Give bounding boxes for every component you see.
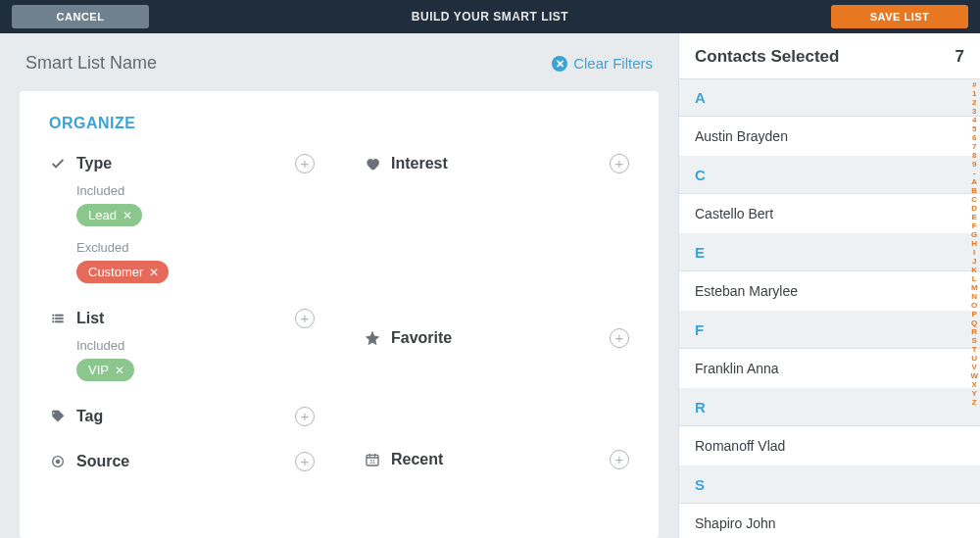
cancel-button[interactable]: CANCEL: [12, 5, 149, 28]
alpha-index-item[interactable]: D: [970, 204, 978, 213]
alpha-index-item[interactable]: K: [970, 266, 978, 274]
chip-vip-label: VIP: [88, 363, 109, 377]
alpha-index-item[interactable]: U: [970, 354, 978, 363]
alpha-index-item[interactable]: L: [970, 274, 978, 283]
type-excluded-label: Excluded: [76, 240, 315, 255]
alpha-index-item[interactable]: 8: [970, 151, 978, 160]
list-included-label: Included: [76, 338, 315, 353]
section-letter: C: [679, 157, 980, 194]
clear-filters-button[interactable]: ✕ Clear Filters: [552, 55, 653, 72]
contacts-count: 7: [956, 47, 964, 67]
heart-icon: [364, 156, 381, 171]
tag-icon: [49, 409, 67, 424]
alpha-index-item[interactable]: P: [970, 310, 978, 318]
organize-title: ORGANIZE: [49, 115, 629, 132]
alpha-index-item[interactable]: X: [970, 380, 978, 389]
filter-favorite-label: Favorite: [391, 329, 452, 347]
add-list-button[interactable]: +: [295, 309, 315, 328]
top-bar: CANCEL BUILD YOUR SMART LIST SAVE LIST: [0, 0, 980, 33]
alpha-index-item[interactable]: N: [970, 292, 978, 301]
type-included-label: Included: [76, 183, 315, 198]
svg-point-1: [56, 460, 60, 464]
alpha-index-item[interactable]: F: [970, 221, 978, 230]
alpha-index[interactable]: #123456789-ABCDEFGHIJKLMNOPQRSTUVWXYZ: [970, 80, 978, 407]
chip-vip[interactable]: VIP ✕: [76, 359, 134, 381]
alpha-index-item[interactable]: E: [970, 213, 978, 221]
alpha-index-item[interactable]: 3: [970, 107, 978, 116]
chip-customer-label: Customer: [88, 265, 143, 279]
target-icon: [49, 454, 67, 469]
alpha-index-item[interactable]: 2: [970, 98, 978, 107]
section-letter: E: [679, 234, 980, 271]
left-panel: Smart List Name ✕ Clear Filters ORGANIZE: [0, 33, 678, 538]
chip-lead-label: Lead: [88, 208, 117, 222]
alpha-index-item[interactable]: M: [970, 283, 978, 292]
filter-source-label: Source: [76, 453, 129, 470]
alpha-index-item[interactable]: W: [970, 371, 978, 380]
filter-source: Source +: [49, 452, 315, 471]
add-interest-button[interactable]: +: [610, 154, 629, 173]
add-source-button[interactable]: +: [295, 452, 315, 471]
filter-type-label: Type: [76, 155, 112, 172]
add-favorite-button[interactable]: +: [610, 328, 629, 348]
alpha-index-item[interactable]: 6: [970, 133, 978, 142]
svg-text:31: 31: [369, 459, 375, 465]
alpha-index-item[interactable]: 4: [970, 116, 978, 124]
alpha-index-item[interactable]: Q: [970, 318, 978, 327]
alpha-index-item[interactable]: Y: [970, 389, 978, 398]
star-icon: [364, 330, 381, 346]
smart-list-name-label[interactable]: Smart List Name: [25, 53, 157, 73]
alpha-index-item[interactable]: 5: [970, 124, 978, 133]
add-type-button[interactable]: +: [295, 154, 315, 173]
alpha-index-item[interactable]: V: [970, 363, 978, 371]
check-icon: [49, 156, 67, 171]
alpha-index-item[interactable]: G: [970, 230, 978, 239]
section-letter: R: [679, 389, 980, 426]
chip-vip-remove-icon[interactable]: ✕: [115, 364, 124, 377]
contact-item[interactable]: Franklin Anna: [679, 349, 980, 389]
contact-item[interactable]: Castello Bert: [679, 194, 980, 234]
filter-interest: Interest +: [364, 154, 629, 173]
contact-item[interactable]: Austin Brayden: [679, 117, 980, 157]
body: Smart List Name ✕ Clear Filters ORGANIZE: [0, 33, 980, 538]
organize-card: ORGANIZE Type +: [20, 91, 659, 538]
chip-lead[interactable]: Lead ✕: [76, 204, 142, 226]
alpha-index-item[interactable]: J: [970, 257, 978, 266]
alpha-index-item[interactable]: O: [970, 301, 978, 310]
calendar-icon: 31: [364, 452, 381, 467]
filter-recent: 31 Recent +: [364, 450, 629, 469]
chip-customer-remove-icon[interactable]: ✕: [149, 266, 159, 279]
alpha-index-item[interactable]: A: [970, 177, 978, 186]
filter-interest-label: Interest: [391, 155, 448, 172]
save-button[interactable]: SAVE LIST: [831, 5, 968, 28]
contact-item[interactable]: Shapiro John: [679, 504, 980, 538]
alpha-index-item[interactable]: 9: [970, 160, 978, 169]
alpha-index-item[interactable]: -: [970, 169, 978, 177]
alpha-index-item[interactable]: S: [970, 336, 978, 345]
filter-favorite: Favorite +: [364, 328, 629, 348]
add-recent-button[interactable]: +: [610, 450, 629, 469]
alpha-index-item[interactable]: Z: [970, 398, 978, 407]
alpha-index-item[interactable]: B: [970, 186, 978, 195]
filter-type: Type + Included Lead ✕ Exclud: [49, 154, 315, 283]
alpha-index-item[interactable]: 7: [970, 142, 978, 151]
add-tag-button[interactable]: +: [295, 407, 315, 426]
alpha-index-item[interactable]: R: [970, 327, 978, 336]
chip-customer[interactable]: Customer ✕: [76, 261, 169, 283]
contacts-list: AAustin BraydenCCastello BertEEsteban Ma…: [679, 79, 980, 538]
contact-item[interactable]: Romanoff Vlad: [679, 426, 980, 466]
alpha-index-item[interactable]: #: [970, 80, 978, 89]
clear-filters-label: Clear Filters: [573, 55, 653, 72]
contacts-panel: Contacts Selected 7 AAustin BraydenCCast…: [678, 33, 980, 538]
alpha-index-item[interactable]: H: [970, 239, 978, 248]
contact-item[interactable]: Esteban Marylee: [679, 271, 980, 312]
section-letter: S: [679, 466, 980, 504]
filter-tag: Tag +: [49, 407, 315, 426]
filter-list-label: List: [76, 310, 104, 327]
filter-recent-label: Recent: [391, 451, 443, 468]
alpha-index-item[interactable]: 1: [970, 89, 978, 98]
alpha-index-item[interactable]: I: [970, 248, 978, 257]
chip-lead-remove-icon[interactable]: ✕: [122, 209, 132, 222]
alpha-index-item[interactable]: T: [970, 345, 978, 354]
alpha-index-item[interactable]: C: [970, 195, 978, 204]
